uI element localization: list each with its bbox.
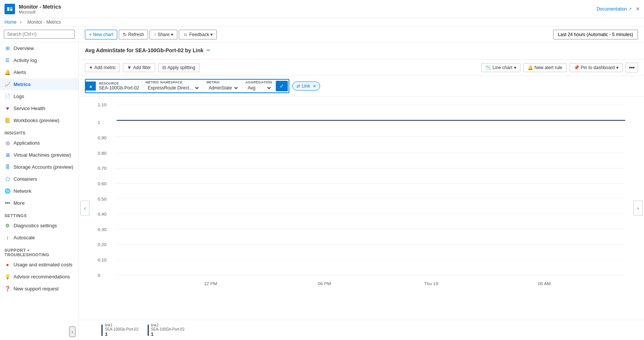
sidebar-item-overview[interactable]: ⊞ Overview (0, 42, 79, 54)
documentation-link[interactable]: Documentation ↗ (597, 6, 632, 12)
resource-field-resource: RESOURCE SEA-100Gb-Port-02 (96, 81, 142, 91)
pin-to-dashboard-button[interactable]: 📌 Pin to dashboard ▾ (570, 63, 623, 72)
refresh-button[interactable]: ↻ Refresh (119, 30, 148, 39)
time-range-button[interactable]: Last 24 hours (Automatic - 5 minutes) (553, 30, 638, 39)
chart-type-label: Line chart (493, 65, 512, 70)
new-alert-button[interactable]: 🔔 New alert rule (523, 63, 567, 72)
sidebar-label-logs: Logs (14, 94, 24, 99)
main-layout: ⊞ Overview ☰ Activity log 🔔 Alerts 📈 Met… (0, 27, 644, 340)
chart-nav-right[interactable]: › (633, 201, 642, 216)
vm-icon: 🖥 (5, 152, 11, 158)
resource-label: RESOURCE (99, 82, 139, 85)
new-alert-label: New alert rule (535, 65, 562, 70)
settings-section-title: Settings (0, 209, 79, 219)
sidebar-item-usage-costs[interactable]: ● Usage and estimated costs (0, 258, 79, 270)
resource-collapse-button[interactable]: ▲ (86, 82, 96, 91)
sidebar-item-network[interactable]: 🌐 Network (0, 185, 79, 197)
app-branding: Monitor - Metrics Microsoft (5, 4, 61, 14)
sidebar-collapse-button[interactable]: ‹ (69, 326, 76, 337)
list-icon: ☰ (5, 57, 11, 63)
sidebar-item-advisor[interactable]: 💡 Advisor recommendations (0, 270, 79, 283)
more-options-button[interactable]: ••• (626, 63, 638, 73)
sidebar-item-metrics[interactable]: 📈 Metrics (0, 78, 79, 90)
sidebar-item-service-health[interactable]: ♥ Service Health (0, 102, 79, 114)
sidebar-label-applications: Applications (14, 140, 40, 146)
metric-select[interactable]: AdminState (206, 84, 239, 92)
app-icon (5, 4, 15, 14)
breadcrumb: Home › Monitor - Metrics (0, 18, 644, 27)
sidebar-search-container (0, 27, 79, 42)
sidebar-label-metrics: Metrics (14, 82, 31, 87)
feedback-label: Feedback (189, 32, 209, 37)
app-subtitle: Microsoft (19, 10, 61, 14)
share-icon: ↑ (154, 32, 156, 37)
sidebar-label-virtual-machines: Virtual Machines (preview) (14, 152, 71, 158)
resource-selector: ▲ RESOURCE SEA-100Gb-Port-02 METRIC NAME… (85, 79, 289, 93)
support-icon: ❓ (5, 286, 11, 292)
apply-splitting-button[interactable]: ⊟ Apply splitting (158, 63, 200, 72)
svg-text:0.40: 0.40 (98, 212, 107, 216)
container-icon: ⬡ (5, 176, 11, 182)
legend-label-link2: link2 SEA-100Gb-Port-02 (151, 323, 185, 331)
chart-type-button[interactable]: 📉 Line chart ▾ (481, 63, 520, 72)
add-metric-button[interactable]: ✦ Add metric (85, 63, 120, 72)
line-chart-icon: 📉 (485, 65, 491, 70)
legend-item-link1: link1 SEA-100Gb-Port-02 1 (101, 323, 139, 337)
main-toolbar: + New chart ↻ Refresh ↑ Share ▾ ☺ Feedba… (79, 27, 644, 43)
sidebar-item-alerts[interactable]: 🔔 Alerts (0, 66, 79, 78)
new-chart-label: + New chart (89, 32, 113, 37)
feedback-button[interactable]: ☺ Feedback ▾ (179, 30, 217, 39)
sidebar-item-containers[interactable]: ⬡ Containers (0, 173, 79, 185)
sidebar-item-activity-log[interactable]: ☰ Activity log (0, 54, 79, 66)
app-title-main: Monitor - Metrics (19, 4, 61, 10)
filter-remove-button[interactable]: × (313, 83, 316, 89)
heart-icon: ♥ (5, 105, 11, 111)
add-filter-label: Add filter (133, 65, 151, 70)
feedback-chevron-icon: ▾ (210, 32, 213, 37)
chart-nav-left[interactable]: ‹ (80, 201, 89, 216)
search-input[interactable] (4, 30, 75, 39)
namespace-select[interactable]: ExpressRoute Direct... (145, 84, 200, 92)
usage-icon: ● (5, 261, 11, 267)
sidebar-label-usage-costs: Usage and estimated costs (14, 262, 73, 267)
svg-text:0.20: 0.20 (98, 243, 107, 247)
sidebar-item-more[interactable]: ••• More (0, 197, 79, 209)
add-metric-label: Add metric (94, 65, 116, 70)
legend-color-link2 (148, 325, 149, 336)
sidebar-item-logs[interactable]: 📄 Logs (0, 90, 79, 102)
sidebar-label-more: More (14, 200, 25, 206)
sidebar-item-diagnostics[interactable]: ⚙ Diagnostics settings (0, 219, 79, 231)
svg-text:1: 1 (98, 121, 100, 125)
aggregation-select[interactable]: Avg (245, 84, 272, 92)
sidebar-item-storage-accounts[interactable]: 🗄 Storage Accounts (preview) (0, 161, 79, 173)
refresh-label: Refresh (128, 32, 144, 37)
share-button[interactable]: ↑ Share ▾ (150, 30, 177, 39)
sidebar-item-workbooks[interactable]: 📒 Workbooks (preview) (0, 114, 79, 126)
sidebar-item-virtual-machines[interactable]: 🖥 Virtual Machines (preview) (0, 149, 79, 161)
svg-text:06 AM: 06 AM (538, 282, 551, 286)
book-icon: 📒 (5, 117, 11, 123)
breadcrumb-home[interactable]: Home (5, 20, 17, 25)
metric-controls: ✦ Add metric ▼ Add filter ⊟ Apply splitt… (79, 60, 644, 76)
legend-color-link1 (101, 325, 103, 336)
content-area: + New chart ↻ Refresh ↑ Share ▾ ☺ Feedba… (79, 27, 644, 340)
edit-title-icon[interactable]: ✏ (207, 48, 210, 53)
sidebar-item-support[interactable]: ❓ New support request (0, 283, 79, 295)
sidebar-item-autoscale[interactable]: ↕ Autoscale (0, 231, 79, 243)
resource-value[interactable]: SEA-100Gb-Port-02 (99, 85, 139, 91)
add-filter-button[interactable]: ▼ Add filter (123, 63, 155, 72)
support-section-title: Support + Troubleshooting (0, 243, 79, 258)
svg-text:1.10: 1.10 (98, 103, 107, 107)
close-button[interactable]: × (636, 6, 639, 12)
svg-text:0.60: 0.60 (98, 181, 107, 186)
apply-splitting-label: Apply splitting (168, 65, 195, 70)
sidebar-item-applications[interactable]: ◎ Applications (0, 137, 79, 149)
new-chart-button[interactable]: + New chart (85, 30, 117, 39)
chart-body: ‹ › 1.10 1 0.90 0.80 0.70 0.60 0.50 0.40… (79, 97, 644, 320)
sidebar-label-service-health: Service Health (14, 106, 45, 111)
svg-text:0.70: 0.70 (98, 166, 107, 171)
feedback-icon: ☺ (183, 32, 187, 37)
resource-fields: RESOURCE SEA-100Gb-Port-02 METRIC NAMESP… (96, 80, 275, 92)
resource-confirm-button[interactable]: ✓ (276, 81, 288, 91)
svg-text:0.80: 0.80 (98, 151, 107, 155)
